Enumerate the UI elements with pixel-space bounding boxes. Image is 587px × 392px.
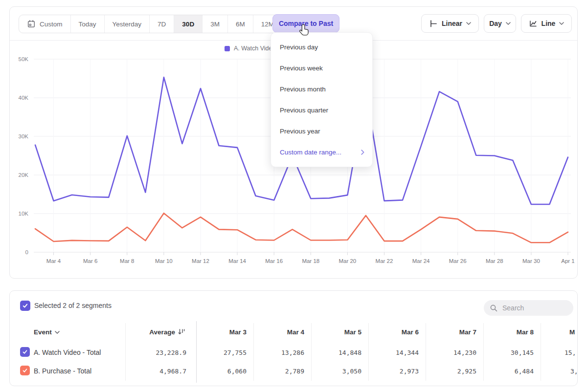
- x-axis-tick-label: Mar 14: [228, 258, 246, 264]
- select-all-checkbox[interactable]: [20, 301, 30, 311]
- sort-descending-icon[interactable]: [178, 328, 186, 338]
- range-button-7d[interactable]: 7D: [150, 15, 174, 33]
- menu-item-previous-day[interactable]: Previous day: [271, 37, 372, 58]
- y-axis-tick-label: 0: [25, 249, 28, 255]
- date-range-selector: CustomTodayYesterday7D30D3M6M12M: [19, 15, 282, 33]
- x-axis-tick-label: Mar 26: [449, 258, 467, 264]
- range-label: 3M: [210, 21, 220, 28]
- menu-item-previous-week[interactable]: Previous week: [271, 58, 372, 79]
- series-a-swatch: [225, 46, 230, 51]
- selected-segments-label: Selected 2 of 2 segments: [34, 302, 112, 309]
- chevron-down-icon: [55, 331, 60, 334]
- clipped-date-column-header: M: [569, 328, 575, 336]
- x-axis-tick-label: Mar 30: [522, 258, 540, 264]
- range-button-today[interactable]: Today: [71, 15, 105, 33]
- table-cell: 14,230: [423, 349, 476, 356]
- range-button-6m[interactable]: 6M: [228, 15, 253, 33]
- x-axis-tick-label: Mar 4: [46, 258, 61, 264]
- chevron-down-icon: [466, 22, 471, 25]
- range-button-30d[interactable]: 30D: [174, 15, 203, 33]
- range-label: 6M: [236, 21, 245, 28]
- analytics-dashboard: CustomTodayYesterday7D30D3M6M12M Compare…: [0, 0, 587, 392]
- y-axis-tick-label: 10K: [19, 211, 29, 217]
- scale-dropdown-button[interactable]: Linear: [421, 14, 479, 33]
- custom-date-range-label: Custom date range...: [280, 149, 341, 156]
- column-divider: [541, 323, 541, 381]
- range-button-3m[interactable]: 3M: [203, 15, 228, 33]
- date-column-header-mar-6[interactable]: Mar 6: [365, 328, 419, 336]
- segment-label: A. Watch Video - Total: [34, 348, 101, 356]
- calendar-icon: [27, 20, 36, 28]
- compare-to-past-menu: Previous dayPrevious weekPrevious monthP…: [271, 32, 373, 167]
- x-axis-tick-label: Mar 22: [376, 258, 393, 264]
- menu-item-previous-year[interactable]: Previous year: [271, 121, 372, 142]
- table-cell: 2,925: [423, 368, 476, 375]
- segments-table-panel: Selected 2 of 2 segments Search Event Av…: [9, 290, 578, 386]
- line-chart-icon: [529, 19, 538, 28]
- x-axis-tick-label: Mar 28: [486, 258, 503, 264]
- table-cell: 2,973: [365, 368, 419, 375]
- segment-label: B. Purchase - Total: [34, 367, 91, 375]
- segment-checkbox[interactable]: [20, 366, 30, 375]
- x-axis-tick-label: Mar 16: [265, 258, 283, 264]
- chart-type-dropdown-button[interactable]: Line: [521, 14, 572, 33]
- range-button-custom[interactable]: Custom: [19, 15, 71, 33]
- date-column-header-mar-7[interactable]: Mar 7: [423, 328, 476, 336]
- table-cell: 27,755: [193, 349, 247, 356]
- table-cell: 13,286: [250, 349, 304, 356]
- x-axis-tick-label: Mar 24: [412, 258, 430, 264]
- range-label: Today: [79, 21, 96, 28]
- menu-item-custom-date-range[interactable]: Custom date range...: [271, 142, 372, 163]
- linear-scale-icon: [429, 19, 438, 28]
- chevron-down-icon: [559, 22, 564, 25]
- x-axis-tick-label: Mar 18: [302, 258, 319, 264]
- scale-label: Linear: [442, 20, 462, 27]
- date-column-header-mar-5[interactable]: Mar 5: [308, 328, 361, 336]
- range-label: 12M: [261, 21, 274, 28]
- range-label: Yesterday: [113, 21, 142, 28]
- table-cell: 30,145: [480, 349, 534, 356]
- column-divider: [125, 323, 126, 381]
- chevron-down-icon: [506, 22, 511, 25]
- event-column-header[interactable]: Event: [34, 328, 60, 336]
- search-icon: [490, 304, 498, 312]
- table-cell: 6,060: [193, 368, 247, 375]
- range-label: 7D: [158, 21, 166, 28]
- chart-type-label: Line: [542, 20, 556, 27]
- event-header-label: Event: [34, 328, 52, 336]
- mouse-cursor-pointer-icon: [298, 23, 311, 38]
- segment-checkbox[interactable]: [20, 347, 30, 357]
- table-cell: 14,848: [308, 349, 361, 356]
- y-axis-tick-label: 40K: [19, 95, 29, 101]
- interval-dropdown-button[interactable]: Day: [484, 14, 516, 33]
- x-axis-tick-label: Mar 20: [339, 258, 356, 264]
- y-axis-tick-label: 30K: [19, 133, 29, 139]
- average-column-header[interactable]: Average: [121, 328, 175, 336]
- series-b-line[interactable]: [35, 213, 568, 242]
- date-column-header-mar-3[interactable]: Mar 3: [193, 328, 247, 336]
- clipped-table-cell: 15,: [564, 349, 576, 356]
- chevron-right-icon: [361, 150, 364, 155]
- range-label: 30D: [182, 21, 194, 28]
- x-axis-tick-label: Mar 12: [192, 258, 209, 264]
- table-cell: 3,050: [308, 368, 361, 375]
- search-placeholder: Search: [502, 304, 524, 312]
- y-axis-tick-label: 20K: [19, 172, 29, 178]
- clipped-table-cell: 3,: [570, 368, 578, 375]
- average-value-cell: 23,228.9: [133, 349, 186, 356]
- search-input[interactable]: Search: [484, 300, 573, 316]
- y-axis-tick-label: 50K: [19, 56, 29, 62]
- interval-label: Day: [489, 20, 502, 27]
- x-axis-tick-label: Mar 10: [155, 258, 173, 264]
- table-cell: 14,344: [365, 349, 419, 356]
- range-label: Custom: [40, 21, 63, 28]
- table-cell: 2,789: [250, 368, 304, 375]
- date-column-header-mar-4[interactable]: Mar 4: [250, 328, 304, 336]
- x-axis-tick-label: Apr 1: [561, 258, 575, 264]
- range-button-yesterday[interactable]: Yesterday: [105, 15, 150, 33]
- menu-item-previous-quarter[interactable]: Previous quarter: [271, 100, 372, 121]
- average-value-cell: 4,968.7: [133, 368, 186, 375]
- x-axis-tick-label: Mar 6: [83, 258, 97, 264]
- date-column-header-mar-8[interactable]: Mar 8: [480, 328, 534, 336]
- menu-item-previous-month[interactable]: Previous month: [271, 79, 372, 100]
